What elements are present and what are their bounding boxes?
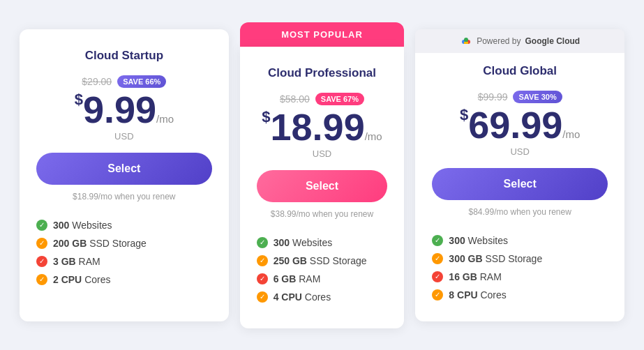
save-badge: SAVE 66% xyxy=(117,75,166,88)
most-popular-banner: MOST POPULAR xyxy=(240,22,405,47)
price-row: $58.00SAVE 67% xyxy=(257,93,388,105)
plan-title: Cloud Startup xyxy=(36,49,212,63)
main-price: $18.99/mo xyxy=(257,108,388,146)
main-price: $69.99/mo xyxy=(432,106,608,144)
feature-text: 300 Websites xyxy=(53,220,112,231)
feature-text: 6 GB RAM xyxy=(274,273,321,284)
check-icon: ✓ xyxy=(36,238,47,249)
check-icon: ✓ xyxy=(257,255,268,266)
price-period: /mo xyxy=(156,113,174,125)
check-icon: ✓ xyxy=(257,291,268,303)
select-button-professional[interactable]: Select xyxy=(257,170,388,202)
currency-label: USD xyxy=(432,146,608,157)
price-period: /mo xyxy=(562,128,580,140)
price-dollar: $ xyxy=(460,106,468,123)
feature-text: 3 GB RAM xyxy=(53,256,100,267)
check-icon: ✓ xyxy=(432,289,443,300)
main-price: $9.99/mo xyxy=(36,91,212,128)
renew-price: $38.99/mo when you renew xyxy=(257,209,388,219)
feature-item: ✓8 CPU Cores xyxy=(432,289,608,300)
price-dollar: $ xyxy=(75,91,83,108)
feature-item: ✓6 GB RAM xyxy=(257,273,388,284)
original-price: $99.99 xyxy=(478,91,508,102)
feature-item: ✓250 GB SSD Storage xyxy=(257,255,388,266)
original-price: $58.00 xyxy=(280,93,310,105)
google-cloud-banner: Powered byGoogle Cloud xyxy=(415,29,624,53)
google-cloud-icon xyxy=(460,35,472,47)
check-icon: ✓ xyxy=(432,235,443,246)
feature-item: ✓200 GB SSD Storage xyxy=(36,238,212,249)
select-button-startup[interactable]: Select xyxy=(36,153,212,185)
plan-title: Cloud Professional xyxy=(257,66,388,80)
check-icon: ✓ xyxy=(432,253,443,264)
original-price: $29.00 xyxy=(82,76,112,87)
check-icon: ✓ xyxy=(36,220,47,231)
check-icon: ✓ xyxy=(257,273,268,284)
renew-price: $84.99/mo when you renew xyxy=(432,207,608,217)
feature-text: 8 CPU Cores xyxy=(449,289,506,300)
feature-item: ✓300 Websites xyxy=(432,235,608,246)
feature-text: 300 GB SSD Storage xyxy=(449,253,542,264)
feature-text: 2 CPU Cores xyxy=(53,274,110,285)
plan-card-global: Powered byGoogle CloudCloud Global$99.99… xyxy=(415,29,624,321)
plan-card-professional: Cloud Professional$58.00SAVE 67%$18.99/m… xyxy=(240,47,405,328)
svg-point-2 xyxy=(464,38,468,42)
feature-item: ✓300 Websites xyxy=(36,220,212,231)
price-dollar: $ xyxy=(262,108,270,125)
pricing-container: Cloud Startup$29.00SAVE 66%$9.99/moUSDSe… xyxy=(14,22,630,328)
price-amount: 9.99 xyxy=(83,89,156,130)
google-cloud-text: Google Cloud xyxy=(525,36,581,46)
check-icon: ✓ xyxy=(432,271,443,282)
price-row: $99.99SAVE 30% xyxy=(432,91,608,103)
feature-text: 300 Websites xyxy=(449,235,508,246)
save-badge: SAVE 30% xyxy=(513,91,562,103)
features-list: ✓300 Websites✓200 GB SSD Storage✓3 GB RA… xyxy=(36,220,212,292)
feature-text: 300 Websites xyxy=(274,237,333,248)
powered-by-label: Powered by xyxy=(477,36,521,46)
features-list: ✓300 Websites✓250 GB SSD Storage✓6 GB RA… xyxy=(257,237,388,310)
feature-text: 250 GB SSD Storage xyxy=(274,255,367,266)
plan-card-startup: Cloud Startup$29.00SAVE 66%$9.99/moUSDSe… xyxy=(20,29,229,321)
feature-item: ✓16 GB RAM xyxy=(432,271,608,282)
feature-item: ✓2 CPU Cores xyxy=(36,274,212,285)
plan-title: Cloud Global xyxy=(432,64,608,78)
price-period: /mo xyxy=(365,130,382,142)
currency-label: USD xyxy=(36,131,212,142)
check-icon: ✓ xyxy=(257,237,268,248)
feature-text: 4 CPU Cores xyxy=(274,291,331,303)
feature-item: ✓3 GB RAM xyxy=(36,256,212,267)
save-badge: SAVE 67% xyxy=(315,93,364,105)
features-list: ✓300 Websites✓300 GB SSD Storage✓16 GB R… xyxy=(432,235,608,307)
check-icon: ✓ xyxy=(36,274,47,285)
popular-wrapper: MOST POPULARCloud Professional$58.00SAVE… xyxy=(234,22,410,328)
check-icon: ✓ xyxy=(36,256,47,267)
price-row: $29.00SAVE 66% xyxy=(36,75,212,88)
svg-rect-3 xyxy=(464,42,468,44)
feature-item: ✓300 GB SSD Storage xyxy=(432,253,608,264)
feature-item: ✓4 CPU Cores xyxy=(257,291,388,303)
price-amount: 69.99 xyxy=(468,104,562,146)
feature-text: 16 GB RAM xyxy=(449,271,501,282)
feature-item: ✓300 Websites xyxy=(257,237,388,248)
select-button-global[interactable]: Select xyxy=(432,168,608,200)
renew-price: $18.99/mo when you renew xyxy=(36,192,212,201)
feature-text: 200 GB SSD Storage xyxy=(53,238,147,249)
currency-label: USD xyxy=(257,149,388,159)
price-amount: 18.99 xyxy=(271,106,365,148)
